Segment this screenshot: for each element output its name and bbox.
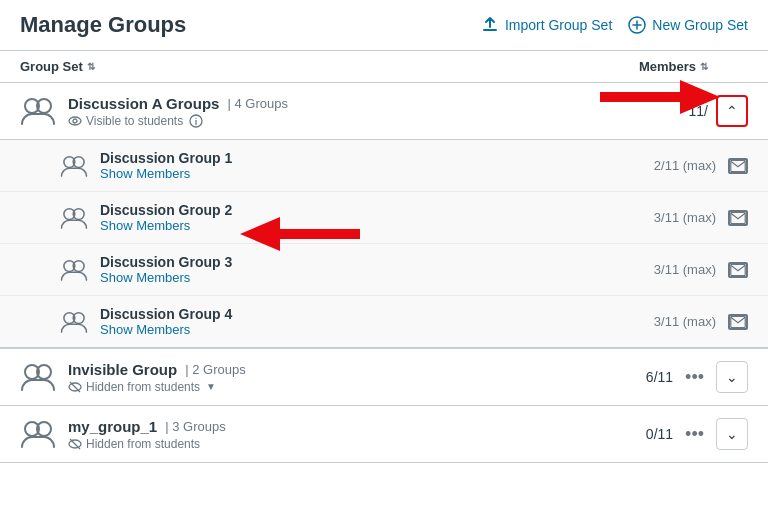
- import-btn-label: Import Group Set: [505, 17, 612, 33]
- new-btn-label: New Group Set: [652, 17, 748, 33]
- page-header: Manage Groups Import Group Set: [0, 0, 768, 51]
- subgroup-meta-2: Discussion Group 2 Show Members: [100, 202, 232, 233]
- my-group-ellipsis-button[interactable]: •••: [681, 424, 708, 445]
- subgroup-count-4: 3/11 (max): [654, 314, 716, 329]
- my-group-chevron-down-icon: ⌄: [726, 426, 738, 442]
- group-set-row-discussion-a: Discussion A Groups | 4 Groups Visible t…: [0, 83, 768, 140]
- subgroup-info-1: Discussion Group 1 Show Members: [60, 150, 232, 181]
- show-members-link-3[interactable]: Show Members: [100, 270, 232, 285]
- svg-rect-16: [731, 264, 745, 275]
- subgroup-icon-3: [60, 256, 88, 284]
- my-group-name: my_group_1 | 3 Groups: [68, 418, 226, 435]
- show-members-link-4[interactable]: Show Members: [100, 322, 232, 337]
- show-members-link-1[interactable]: Show Members: [100, 166, 232, 181]
- my-group-members-count: 0/11: [633, 426, 673, 442]
- my-group-hidden-icon: [68, 437, 82, 451]
- plus-circle-icon: [628, 16, 646, 34]
- my-group-right: 0/11 ••• ⌄: [633, 418, 748, 450]
- svg-point-4: [69, 117, 81, 125]
- subgroup-count-2: 3/11 (max): [654, 210, 716, 225]
- svg-text:i: i: [195, 117, 198, 127]
- email-icon-4[interactable]: [728, 314, 748, 330]
- subgroup-right-4: 3/11 (max): [654, 314, 748, 330]
- group-set-meta: Discussion A Groups | 4 Groups Visible t…: [68, 95, 288, 128]
- invisible-visibility: Hidden from students ▼: [68, 380, 246, 394]
- columns-header: Group Set ⇅ Members ⇅: [0, 51, 768, 83]
- members-sort-icon: ⇅: [700, 61, 708, 72]
- sort-icon: ⇅: [87, 61, 95, 72]
- my-group-visibility: Hidden from students: [68, 437, 226, 451]
- svg-rect-10: [731, 160, 745, 171]
- email-icon-2[interactable]: [728, 210, 748, 226]
- subgroup-info-3: Discussion Group 3 Show Members: [60, 254, 232, 285]
- invisible-group-icon: [20, 359, 56, 395]
- upload-icon: [481, 16, 499, 34]
- subgroup-meta-3: Discussion Group 3 Show Members: [100, 254, 232, 285]
- invisible-group-info: Invisible Group | 2 Groups Hidden from s…: [20, 359, 246, 395]
- group-set-name: Discussion A Groups | 4 Groups: [68, 95, 288, 112]
- subgroup-name-3: Discussion Group 3: [100, 254, 232, 270]
- subgroup-icon-1: [60, 152, 88, 180]
- members-count: 11/: [668, 103, 708, 119]
- my-group-count: | 3 Groups: [165, 419, 225, 434]
- subgroup-row-1: Discussion Group 1 Show Members 2/11 (ma…: [0, 140, 768, 192]
- subgroup-row-4: Discussion Group 4 Show Members 3/11 (ma…: [0, 296, 768, 349]
- show-members-link-2[interactable]: Show Members: [100, 218, 232, 233]
- group-set-right: 11/ ⌃: [668, 95, 748, 127]
- subgroup-icon-2: [60, 204, 88, 232]
- info-icon: i: [189, 114, 203, 128]
- my-group-icon: [20, 416, 56, 452]
- svg-rect-13: [731, 212, 745, 223]
- new-group-set-button[interactable]: New Group Set: [628, 16, 748, 34]
- subgroup-right-1: 2/11 (max): [654, 158, 748, 174]
- svg-rect-19: [731, 316, 745, 327]
- invisible-group-name: Invisible Group | 2 Groups: [68, 361, 246, 378]
- group-set-row-my-group: my_group_1 | 3 Groups Hidden from studen…: [0, 406, 768, 463]
- subgroup-info-2: Discussion Group 2 Show Members: [60, 202, 232, 233]
- subgroup-right-2: 3/11 (max): [654, 210, 748, 226]
- members-column-header[interactable]: Members ⇅: [639, 59, 708, 74]
- page-container: Manage Groups Import Group Set: [0, 0, 768, 530]
- subgroup-right-3: 3/11 (max): [654, 262, 748, 278]
- group-count: | 4 Groups: [227, 96, 287, 111]
- subgroup-row-2: Discussion Group 2 Show Members 3/11 (ma…: [0, 192, 768, 244]
- import-group-set-button[interactable]: Import Group Set: [481, 16, 612, 34]
- group-set-column-header[interactable]: Group Set ⇅: [20, 59, 95, 74]
- my-group-info: my_group_1 | 3 Groups Hidden from studen…: [20, 416, 226, 452]
- chevron-down-icon: ⌄: [726, 369, 738, 385]
- hidden-icon: [68, 380, 82, 394]
- my-group-meta: my_group_1 | 3 Groups Hidden from studen…: [68, 418, 226, 451]
- group-set-icon: [20, 93, 56, 129]
- eye-icon: [68, 114, 82, 128]
- header-actions: Import Group Set New Group Set: [481, 16, 748, 34]
- subgroup-icon-4: [60, 308, 88, 336]
- invisible-group-right: 6/11 ••• ⌄: [633, 361, 748, 393]
- subgroup-count-3: 3/11 (max): [654, 262, 716, 277]
- visibility-label: Visible to students i: [68, 114, 288, 128]
- page-title: Manage Groups: [20, 12, 186, 38]
- email-icon-1[interactable]: [728, 158, 748, 174]
- svg-rect-0: [483, 29, 497, 31]
- subgroup-meta-4: Discussion Group 4 Show Members: [100, 306, 232, 337]
- invisible-group-count: | 2 Groups: [185, 362, 245, 377]
- collapse-button[interactable]: ⌃: [716, 95, 748, 127]
- invisible-group-meta: Invisible Group | 2 Groups Hidden from s…: [68, 361, 246, 394]
- email-icon-3[interactable]: [728, 262, 748, 278]
- invisible-ellipsis-button[interactable]: •••: [681, 367, 708, 388]
- subgroup-count-1: 2/11 (max): [654, 158, 716, 173]
- visibility-dropdown-arrow[interactable]: ▼: [206, 381, 216, 392]
- group-set-info: Discussion A Groups | 4 Groups Visible t…: [20, 93, 288, 129]
- group-set-row-invisible: Invisible Group | 2 Groups Hidden from s…: [0, 349, 768, 406]
- chevron-up-icon: ⌃: [726, 103, 738, 119]
- my-group-expand-button[interactable]: ⌄: [716, 418, 748, 450]
- invisible-members-count: 6/11: [633, 369, 673, 385]
- subgroup-name-1: Discussion Group 1: [100, 150, 232, 166]
- subgroup-name-4: Discussion Group 4: [100, 306, 232, 322]
- subgroups-container: Discussion Group 1 Show Members 2/11 (ma…: [0, 140, 768, 349]
- invisible-expand-button[interactable]: ⌄: [716, 361, 748, 393]
- svg-point-5: [73, 119, 77, 123]
- subgroup-meta-1: Discussion Group 1 Show Members: [100, 150, 232, 181]
- subgroup-name-2: Discussion Group 2: [100, 202, 232, 218]
- subgroup-row-3: Discussion Group 3 Show Members 3/11 (ma…: [0, 244, 768, 296]
- subgroup-info-4: Discussion Group 4 Show Members: [60, 306, 232, 337]
